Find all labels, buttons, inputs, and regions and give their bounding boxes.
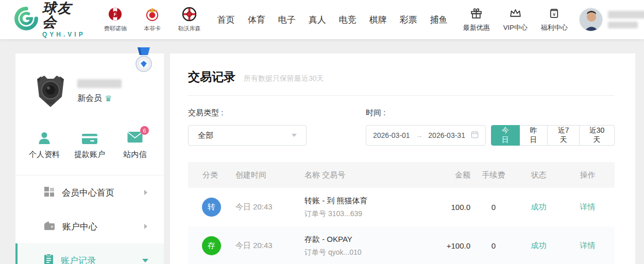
- leverkusen-logo-icon: [182, 7, 196, 23]
- chevron-down-icon: [142, 259, 148, 262]
- medal-icon: [134, 47, 154, 77]
- quick-link-profile[interactable]: 个人资料: [22, 130, 67, 160]
- user-box[interactable]: 新会员 ⌄: [579, 8, 644, 32]
- nav-vip-center[interactable]: VIP中心: [503, 7, 528, 32]
- col-category: 分类: [188, 170, 229, 180]
- cell-amount: 100.0: [414, 203, 470, 212]
- sidebar-item-label: 账户记录: [61, 255, 96, 264]
- status-text: 成功: [517, 241, 561, 251]
- benfica-logo-icon: [145, 7, 159, 23]
- sponsor-caption: 本菲卡: [144, 25, 161, 32]
- cell-time: 今日 20:43: [229, 202, 296, 212]
- transaction-name: 存款 - OKPAY: [304, 235, 414, 244]
- type-select-value: 全部: [198, 131, 213, 140]
- quick-link-messages[interactable]: 6 站内信: [112, 130, 158, 160]
- status-text: 成功: [517, 202, 561, 212]
- table-row: 转 今日 20:43 转账 - 到 熊猫体育 订单号 3103...639 10…: [188, 188, 615, 226]
- sponsor-caption: 费耶诺德: [104, 25, 127, 32]
- icon-nav-label: 最新优惠: [463, 23, 490, 32]
- time-filter-label: 时间 :: [366, 108, 615, 118]
- svg-text:¥: ¥: [552, 12, 556, 17]
- sidebar-item-account-center[interactable]: 账户中心: [15, 209, 164, 243]
- welfare-jar-icon: ¥: [548, 7, 561, 22]
- page-subtitle: 所有数据只保留最近30天: [244, 74, 324, 83]
- crown-icon: [509, 7, 522, 22]
- calendar-icon: [471, 131, 479, 140]
- quick-link-label: 站内信: [124, 150, 147, 160]
- icon-nav-label: VIP中心: [503, 23, 528, 32]
- main-panel: 交易记录 所有数据只保留最近30天 交易类型 : 全部 时间 : 2026-03…: [170, 54, 635, 264]
- sponsor-logos: F 费耶诺德 本菲卡: [101, 7, 204, 32]
- top-header: 球友会 QYH.VIP F 费耶诺德: [0, 0, 644, 39]
- arrow-right-icon: →: [415, 131, 422, 139]
- range-yesterday-button[interactable]: 昨日: [520, 125, 548, 146]
- sidebar-item-member-home[interactable]: 会员中心首页: [15, 175, 164, 209]
- feyenoord-logo-icon: F: [108, 7, 122, 23]
- sponsor-leverkusen: 勒沃库森: [175, 7, 204, 32]
- range-30days-button[interactable]: 近30天: [580, 125, 615, 146]
- icon-nav-label: 福利中心: [541, 23, 568, 32]
- transfer-category-icon: 转: [202, 198, 221, 217]
- quick-link-label: 提款账户: [74, 150, 105, 160]
- range-7days-button[interactable]: 近7天: [548, 125, 579, 146]
- page-title: 交易记录: [188, 69, 235, 85]
- logo-mark-icon: [14, 7, 38, 32]
- nav-lottery[interactable]: 彩票: [400, 14, 417, 26]
- sidebar: 新会员 ♛ 个人资料: [15, 54, 164, 264]
- nav-fishing[interactable]: 捕鱼: [430, 14, 448, 26]
- logo-title: 球友会: [42, 2, 86, 29]
- date-from: 2026-03-01: [373, 131, 410, 139]
- gift-icon: [470, 7, 483, 22]
- crown-icon: ♛: [105, 95, 112, 103]
- type-filter-label: 交易类型 :: [188, 108, 307, 118]
- envelope-icon: [127, 131, 143, 145]
- nav-esports[interactable]: 电竞: [339, 14, 357, 26]
- username-redacted: [608, 11, 644, 28]
- deposit-category-icon: 存: [202, 236, 221, 255]
- nav-home[interactable]: 首页: [217, 14, 235, 26]
- unread-count-badge: 6: [140, 126, 149, 135]
- clipboard-list-icon: [44, 254, 54, 264]
- col-amount: 金额: [414, 170, 470, 180]
- nav-sports[interactable]: 体育: [248, 14, 265, 26]
- nav-slots[interactable]: 电子: [278, 14, 296, 26]
- table-header: 分类 创建时间 名称 交易号 金额 手续费 状态 操作: [188, 162, 615, 188]
- rank-shield-avatar: [31, 71, 70, 112]
- col-action: 操作: [561, 170, 615, 180]
- details-link[interactable]: 详情: [561, 241, 615, 251]
- quick-links: 个人资料 提款账户: [15, 130, 164, 160]
- member-level-text: 新会员: [77, 93, 102, 104]
- transactions-table: 分类 创建时间 名称 交易号 金额 手续费 状态 操作 转 今日 20:43 转…: [188, 162, 615, 264]
- chevron-right-icon: [144, 224, 147, 229]
- page-header: 交易记录 所有数据只保留最近30天: [188, 54, 615, 96]
- cell-name: 转账 - 到 熊猫体育 订单号 3103...639: [296, 196, 414, 219]
- filter-bar: 交易类型 : 全部 时间 : 2026-03-01 → 2026-03-31: [188, 108, 615, 146]
- nav-welfare-center[interactable]: ¥ 福利中心: [541, 7, 568, 32]
- sidebar-item-label: 账户中心: [62, 221, 97, 233]
- quick-range-group: 今日 昨日 近7天 近30天: [491, 125, 615, 146]
- nav-promotions[interactable]: 最新优惠: [463, 7, 490, 32]
- type-select[interactable]: 全部: [188, 125, 307, 146]
- site-logo[interactable]: 球友会 QYH.VIP: [14, 2, 86, 38]
- range-today-button[interactable]: 今日: [491, 125, 520, 146]
- details-link[interactable]: 详情: [561, 202, 615, 212]
- time-filter: 时间 : 2026-03-01 → 2026-03-31: [366, 108, 615, 146]
- logo-subtitle: QYH.VIP: [42, 31, 86, 38]
- col-fee: 手续费: [470, 170, 517, 180]
- quick-link-label: 个人资料: [29, 150, 60, 160]
- bank-card-icon: [81, 130, 98, 145]
- cell-fee: 0: [470, 203, 517, 212]
- quick-link-withdraw-account[interactable]: 提款账户: [67, 130, 112, 160]
- nav-chess[interactable]: 棋牌: [369, 14, 387, 26]
- nav-live[interactable]: 真人: [309, 14, 326, 26]
- cell-name: 存款 - OKPAY 订单号 qyok...010: [296, 235, 414, 257]
- sponsor-benfica: 本菲卡: [138, 7, 167, 32]
- sponsor-caption: 勒沃库森: [178, 25, 201, 32]
- person-icon: [37, 130, 52, 145]
- date-range-picker[interactable]: 2026-03-01 → 2026-03-31: [366, 125, 486, 146]
- grid-icon: [44, 186, 55, 199]
- col-name: 名称 交易号: [296, 170, 414, 180]
- sidebar-item-account-records[interactable]: 账户记录: [15, 243, 164, 264]
- user-avatar[interactable]: [579, 8, 603, 31]
- transaction-name: 转账 - 到 熊猫体育: [304, 196, 414, 206]
